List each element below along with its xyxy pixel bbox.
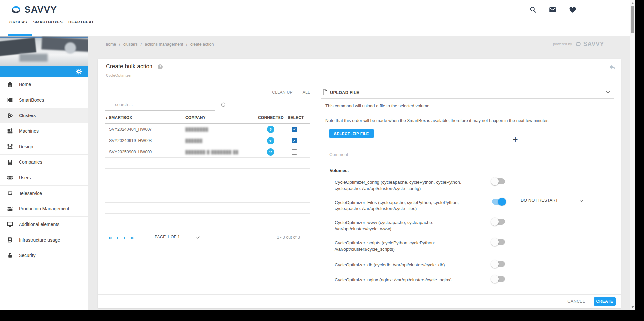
- table-row: SVY20240919_HW008 ██████ ✓: [105, 135, 310, 146]
- create-bulk-action-card: Create bulk action ? CycleOptimizer CLEA…: [98, 59, 621, 308]
- company-name-redacted: ██████: [185, 139, 203, 143]
- tab-smartboxes[interactable]: SMARTBOXES: [33, 19, 63, 26]
- volume-label: CycleOptimizer_www (cycleapache, cycleap…: [335, 219, 484, 232]
- volume-toggle[interactable]: [492, 261, 505, 267]
- savvy-logo-text: SAVVY: [24, 4, 57, 15]
- breadcrumb-actions-management[interactable]: actions management: [145, 42, 183, 47]
- create-button[interactable]: CREATE: [594, 297, 616, 306]
- command-note: Note that this order will be made when t…: [325, 118, 548, 123]
- page-select-dropdown[interactable]: PAGE 1 OF 1: [152, 232, 204, 242]
- column-header-select[interactable]: SELECT: [288, 115, 304, 120]
- heart-icon[interactable]: [568, 5, 577, 14]
- volume-row: CycleOptimizer_db (cycledb: /var/opt/clu…: [321, 262, 614, 268]
- upload-file-title: UPLOAD FILE: [330, 90, 359, 95]
- volume-toggle[interactable]: [492, 239, 505, 245]
- table-row: SVY20250908_HW009 ███████ █ ███████ ██ ✓: [105, 146, 310, 158]
- tab-heartbeat[interactable]: HEARTBEAT: [68, 19, 94, 26]
- sidebar-item-production-management[interactable]: Production Management: [0, 201, 88, 217]
- column-header-smartbox[interactable]: ▲SMARTBOX: [105, 115, 132, 120]
- sidebar-item-security[interactable]: Security: [0, 248, 88, 263]
- upload-file-header[interactable]: UPLOAD FILE: [321, 87, 614, 99]
- all-link[interactable]: ALL: [303, 90, 310, 95]
- screen: SAVVY GROUPS SMARTBOXES HEARTBEAT: [0, 0, 644, 321]
- table-row: SVY20240404_HW007 ████████ ✓: [105, 124, 310, 135]
- add-icon[interactable]: +: [513, 135, 518, 144]
- sidebar-item-smartboxes[interactable]: SmartBoxes: [0, 92, 88, 108]
- select-zip-file-button[interactable]: SELECT .ZIP FILE: [329, 129, 374, 138]
- table-row-empty: [105, 169, 310, 180]
- volume-toggle[interactable]: [492, 276, 505, 282]
- smartbox-id: SVY20240404_HW007: [109, 127, 152, 132]
- breadcrumb-clusters[interactable]: clusters: [123, 42, 138, 47]
- select-checkbox[interactable]: ✓: [292, 149, 297, 155]
- monitor-icon: [6, 221, 14, 228]
- sidebar-settings-bar: [0, 66, 88, 77]
- smartboxes-icon: [6, 96, 14, 104]
- design-icon: [6, 143, 14, 151]
- savvy-logo: SAVVY: [10, 4, 57, 16]
- scroll-down-arrow[interactable]: [631, 306, 634, 308]
- sidebar-item-machines[interactable]: Machines: [0, 123, 88, 139]
- first-page-button[interactable]: «: [108, 233, 112, 242]
- volumes-label: Volumes:: [330, 168, 349, 173]
- top-header: SAVVY GROUPS SMARTBOXES HEARTBEAT: [0, 0, 630, 36]
- sidebar: Home SmartBoxes Clusters Machines Design…: [0, 36, 88, 310]
- breadcrumb-home[interactable]: home: [106, 42, 116, 47]
- sidebar-item-home[interactable]: Home: [0, 77, 88, 92]
- restart-option-dropdown[interactable]: DO NOT RESTART: [516, 196, 596, 206]
- volume-label: CycleOptimizer_config (cycleapache, cycl…: [335, 179, 484, 192]
- vertical-scrollbar[interactable]: [630, 0, 635, 310]
- teleservice-icon: [6, 190, 14, 197]
- main-content: home / clusters / actions management / c…: [88, 36, 630, 310]
- volume-label: CycleOptimizer_db (cycledb: /var/opt/clu…: [335, 262, 484, 268]
- card-footer: CANCEL CREATE: [98, 294, 621, 308]
- sidebar-item-additional-elements[interactable]: Additional elements: [0, 217, 88, 232]
- volume-toggle[interactable]: [492, 199, 505, 205]
- header-icons: [529, 5, 577, 14]
- top-nav: GROUPS SMARTBOXES HEARTBEAT: [9, 19, 94, 26]
- table-row-empty: [105, 191, 310, 203]
- clean-up-link[interactable]: CLEAN UP: [272, 90, 292, 95]
- volume-toggle[interactable]: [492, 178, 505, 184]
- last-page-button[interactable]: »: [130, 233, 134, 242]
- home-icon: [6, 81, 14, 88]
- search-field: [105, 99, 215, 111]
- column-header-connected[interactable]: CONNECTED: [258, 115, 284, 120]
- scrollbar-thumb[interactable]: [631, 6, 634, 33]
- sidebar-item-teleservice[interactable]: Teleservice: [0, 186, 88, 201]
- scroll-up-arrow[interactable]: [631, 2, 634, 4]
- volume-row: CycleOptimizer_scripts (cyclePython, cyc…: [321, 240, 614, 252]
- file-icon: [322, 89, 328, 96]
- prev-page-button[interactable]: ‹: [117, 233, 119, 242]
- next-page-button[interactable]: ›: [123, 233, 126, 242]
- production-icon: [6, 205, 14, 213]
- refresh-icon[interactable]: [220, 101, 227, 108]
- sidebar-item-companies[interactable]: Companies: [0, 155, 88, 170]
- cancel-button[interactable]: CANCEL: [567, 299, 585, 304]
- sidebar-item-infrastructure-usage[interactable]: Infrastructure usage: [0, 232, 88, 248]
- gear-icon[interactable]: [75, 68, 83, 75]
- table-body: SVY20240404_HW007 ████████ ✓ SVY20240919…: [105, 124, 310, 225]
- search-input[interactable]: [105, 99, 215, 110]
- table-header: ▲SMARTBOX COMPANY CONNECTED SELECT: [105, 113, 310, 124]
- sidebar-photo: [0, 36, 88, 66]
- mail-icon[interactable]: [548, 5, 557, 14]
- sidebar-item-clusters[interactable]: Clusters: [0, 108, 88, 123]
- volume-toggle[interactable]: [492, 219, 505, 225]
- column-header-company[interactable]: COMPANY: [185, 115, 206, 120]
- users-icon: [6, 174, 14, 182]
- breadcrumb-current: create action: [190, 42, 214, 47]
- volume-label: CycleOptimizer_nginx (nginx: /var/opt/cl…: [335, 277, 484, 283]
- chevron-down-icon: [580, 198, 583, 202]
- sidebar-item-design[interactable]: Design: [0, 139, 88, 155]
- comment-input[interactable]: [329, 149, 508, 160]
- tab-groups[interactable]: GROUPS: [9, 19, 27, 26]
- pagination: « ‹ › » PAGE 1 OF 1 1 - 3 out of 3: [105, 232, 310, 244]
- volume-label: CycleOptimizer_Files (cycleapache, cycle…: [335, 199, 484, 212]
- select-checkbox[interactable]: ✓: [292, 127, 297, 132]
- search-icon[interactable]: [529, 5, 537, 14]
- chevron-down-icon[interactable]: [606, 89, 610, 93]
- sidebar-item-users[interactable]: Users: [0, 170, 88, 186]
- machines-icon: [6, 127, 14, 135]
- select-checkbox[interactable]: ✓: [292, 138, 297, 143]
